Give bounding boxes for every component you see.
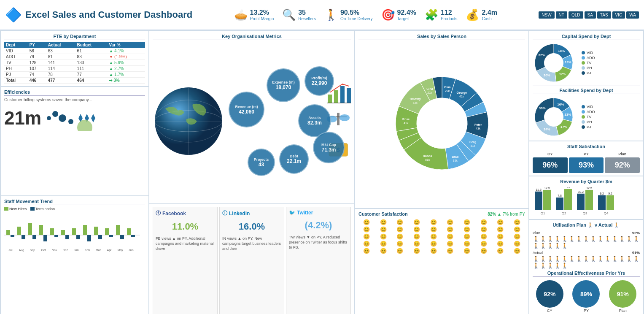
smiley-face: 😊	[375, 226, 391, 233]
twitter-card: 🐦 Twitter (4.2%) TW views ▼ on PY. A red…	[286, 207, 351, 314]
smiley-face: 😊	[392, 248, 408, 254]
state-buttons[interactable]: NSWNTQLDSATASVICWA	[539, 11, 639, 19]
fte-row: TV128141133 ▲ 5.9%	[4, 60, 145, 66]
term-bar	[22, 235, 25, 239]
capital-legend-item: PH	[582, 66, 595, 70]
bubble-label: Assets	[308, 116, 321, 120]
svg-point-3	[68, 119, 73, 124]
py-val: 9.2	[608, 192, 612, 195]
smiley-face: 😊	[442, 226, 458, 233]
metric-target: 🎯 92.4% Target	[381, 8, 416, 22]
smiley-face: 😊	[375, 219, 391, 225]
actual-person-icons: 🚶🚶🚶🚶🚶🚶🚶🚶🚶🚶🚶🚶🚶🚶🚶🚶🚶🚶🚶🚶	[533, 256, 640, 269]
state-btn-qld[interactable]: QLD	[569, 11, 583, 19]
cy-val: 11.5	[536, 188, 542, 191]
facebook-icon: ⓕ	[156, 210, 161, 217]
eff-py: 89% PY	[572, 280, 600, 313]
person-icon: 🚶	[554, 243, 561, 249]
metric-bubbles: Revenue (m) 42,060Expense (m) 18,070Prof…	[229, 66, 321, 176]
metric-label: Products	[441, 16, 457, 21]
facilities-legend-item: PJ	[582, 125, 595, 129]
state-btn-sa[interactable]: SA	[585, 11, 596, 19]
smiley-face: 😊	[476, 248, 492, 254]
bubble-value: 42,060	[239, 109, 254, 115]
person-icon: 🚶	[540, 243, 547, 249]
person-icon: 🚶	[590, 236, 597, 242]
smiley-face: 😊	[358, 241, 375, 247]
svg-rect-14	[328, 95, 332, 103]
revenue-quarter-title: Revenue by Quarter $m	[533, 179, 640, 185]
quarter-label: Q3	[583, 211, 587, 215]
py-bar	[564, 189, 572, 210]
term-bar	[43, 235, 47, 241]
staff-cy: 96%	[533, 157, 568, 173]
donut-label: 17%	[559, 72, 566, 76]
state-btn-nsw[interactable]: NSW	[539, 11, 554, 19]
bubble-value: 22,990	[312, 80, 327, 86]
termination-legend: Termination	[30, 207, 55, 211]
month-label: Apr	[107, 249, 112, 252]
smiley-face: 😊	[358, 219, 375, 225]
hire-bar	[6, 230, 10, 235]
person-icon: 🚶	[533, 243, 539, 249]
month-label: Nov	[52, 249, 57, 252]
donut-label: 17%	[560, 125, 567, 129]
hire-bar	[127, 228, 131, 235]
hire-bar	[39, 225, 43, 235]
sales-value: 31k	[470, 144, 475, 147]
bubble-label: Revenue (m)	[235, 105, 258, 109]
bubble-value: 71.3m	[321, 147, 336, 153]
cy-val: 9.2	[600, 192, 604, 195]
month-label: Dec	[63, 249, 68, 252]
fte-row: VID586361 ▲ 4.1%	[4, 48, 145, 54]
smiley-face: 😊	[426, 233, 442, 240]
state-btn-tas[interactable]: TAS	[597, 11, 611, 19]
metric-value: 112	[441, 9, 457, 16]
facilities-donut: 16%13%17%24%30%	[533, 96, 579, 138]
svg-rect-19	[337, 113, 340, 125]
plan-person-icons: 🚶🚶🚶🚶🚶🚶🚶🚶🚶🚶🚶🚶🚶🚶🚶🚶🚶🚶🚶🚶	[533, 236, 640, 249]
smiley-face: 😊	[358, 226, 375, 233]
donut-label: 30%	[539, 106, 546, 110]
person-icon: 🚶	[561, 236, 568, 242]
metric-icon: 🔍	[282, 8, 296, 22]
donut-label: 24%	[544, 127, 550, 131]
state-btn-nt[interactable]: NT	[556, 11, 567, 19]
person-icon: 🚶	[619, 236, 625, 242]
metric-bubble-2: Profit(m) 22,990	[304, 66, 334, 96]
smiley-face: 😊	[409, 219, 425, 225]
smiley-grid: 😊😊😊😊😊😊😊😊😊😊😊😊😊😊😊😊😊😊😊😊😊😊😊😊😊😊😊😊😊😊😊😊😊😊😊😊😊😊😊😊…	[358, 219, 525, 254]
staff-sat-panel: Staff Satisfaction CY PY Plan 96% 93% 92…	[529, 141, 643, 176]
donut-label: 20%	[544, 73, 550, 77]
capital-spend-panel: Capital Spend by Dept 18%13%17%20%32% VI…	[529, 31, 643, 141]
sales-value: 52k	[412, 101, 418, 104]
linkedin-card: ⓛ Linkedin 16.0% IN views ▲ on PY. New c…	[219, 207, 284, 314]
py-bar	[585, 190, 593, 210]
sales-label: Ronda	[423, 155, 432, 158]
state-btn-vic[interactable]: VIC	[612, 11, 625, 19]
donut-label: 13%	[565, 60, 571, 64]
month-label: Feb	[85, 249, 90, 252]
sales-value: 41k	[459, 95, 464, 98]
cy-bar	[535, 192, 542, 210]
metric-resellers: 🔍 35 Resellers	[282, 8, 316, 22]
bubble-label: Debt	[290, 154, 298, 158]
dept-center-label: PJ	[425, 119, 430, 123]
staff-py: 93%	[569, 157, 604, 173]
capital-legend-item: ADO	[582, 56, 595, 60]
sales-value: 21k	[427, 92, 432, 95]
state-btn-wa[interactable]: WA	[626, 11, 639, 19]
staff-movement-chart: JulAugSepOctNovDecJanFebMarAprMayJun	[4, 212, 145, 258]
metric-label: Profit Margin	[250, 16, 274, 21]
person-icon: 🚶	[540, 236, 547, 242]
metric-cash: 💰 2.4m Cash	[466, 8, 497, 22]
sales-value: 81k	[425, 159, 430, 162]
month-label: Sep	[30, 249, 35, 252]
month-label: Jun	[129, 249, 133, 252]
fte-row: ADO798183 ▼ (1.9%)	[4, 54, 145, 60]
dept-center-label: TV	[452, 128, 457, 133]
revenue-quarter-chart: 11.512.5Q17.813Q210.212.5Q39.29.2Q4	[533, 187, 640, 217]
twitter-value: (4.2%)	[289, 217, 348, 233]
term-bar	[32, 235, 36, 239]
org-metrics-panel: Key Organisational Metrics	[149, 31, 354, 203]
